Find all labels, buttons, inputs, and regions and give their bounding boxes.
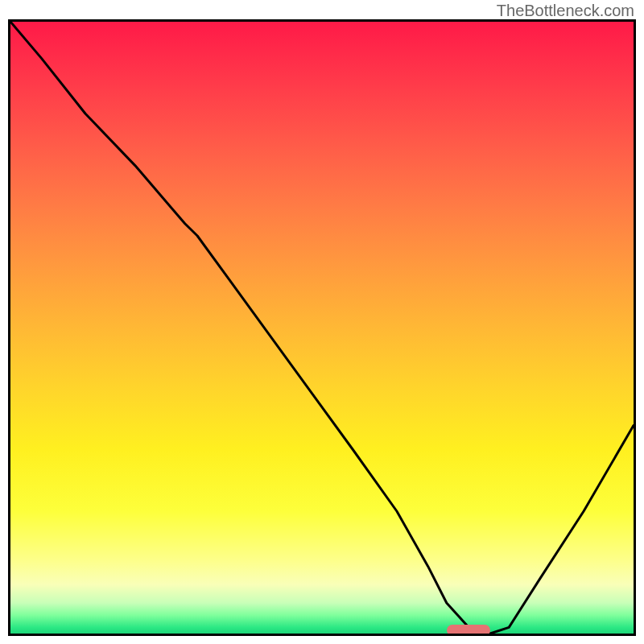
watermark-text: TheBottleneck.com: [497, 2, 634, 20]
bottleneck-curve: [10, 22, 634, 634]
optimal-marker: [447, 625, 490, 636]
plot-area: [8, 19, 636, 636]
curve-svg: [10, 22, 634, 634]
chart-container: TheBottleneck.com: [0, 0, 644, 644]
